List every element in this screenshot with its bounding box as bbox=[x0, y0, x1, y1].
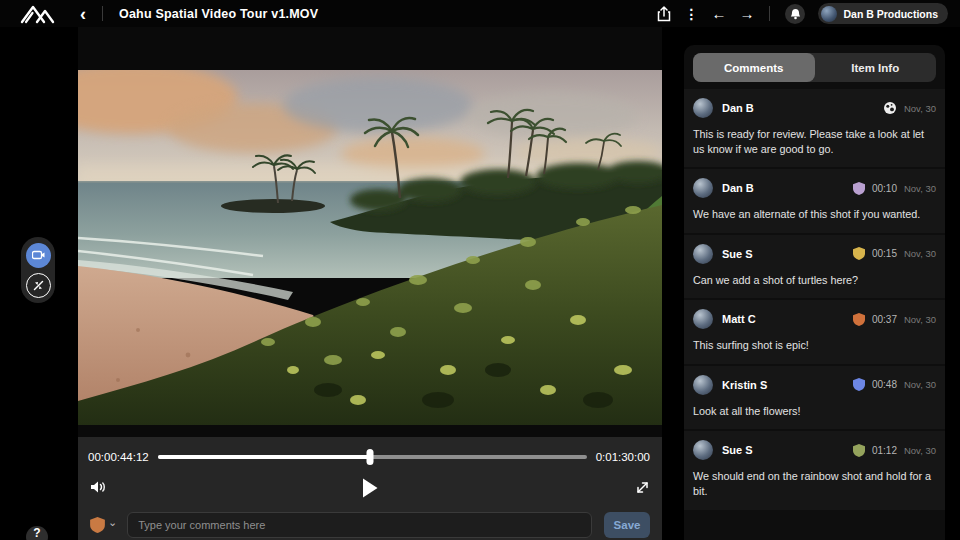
avatar bbox=[693, 244, 713, 264]
comment-row[interactable]: Dan B Nov, 30 This is ready for review. … bbox=[684, 89, 945, 167]
marker-tag-icon bbox=[853, 444, 865, 457]
comment-marker-picker[interactable]: ⌄ bbox=[90, 517, 117, 533]
comment-timecode: 00:15 bbox=[872, 248, 897, 259]
tab-comments[interactable]: Comments bbox=[693, 53, 815, 82]
seek-thumb[interactable] bbox=[367, 449, 374, 465]
comment-row[interactable]: Matt C 00:37 Nov, 30 This surfing shot i… bbox=[684, 300, 945, 364]
comment-text: Look at all the flowers! bbox=[693, 404, 936, 419]
comment-date: Nov, 30 bbox=[904, 314, 936, 325]
account-menu[interactable]: Dan B Productions bbox=[818, 3, 948, 24]
divider bbox=[769, 6, 770, 21]
volume-icon[interactable] bbox=[90, 480, 107, 498]
account-name: Dan B Productions bbox=[843, 8, 938, 20]
video-player: 00:00:44:12 0:01:30:00 bbox=[78, 27, 662, 540]
comment-text: This is ready for review. Please take a … bbox=[693, 127, 936, 156]
spatial-video-icon[interactable] bbox=[26, 243, 51, 268]
comment-row[interactable]: Dan B 00:10 Nov, 30 We have an alternate… bbox=[684, 169, 945, 233]
seek-progress-fill bbox=[158, 455, 370, 459]
page-title: Oahu Spatial Video Tour v1.MOV bbox=[119, 7, 318, 21]
new-comment-bar: ⌄ Save bbox=[78, 510, 662, 540]
avatar bbox=[693, 98, 713, 118]
avatar bbox=[693, 440, 713, 460]
save-button[interactable]: Save bbox=[604, 512, 650, 538]
prev-arrow-icon[interactable]: ← bbox=[711, 5, 726, 22]
effects-toggle-icon[interactable] bbox=[26, 273, 51, 298]
comment-text: This surfing shot is epic! bbox=[693, 338, 936, 353]
comment-row[interactable]: Kristin S 00:48 Nov, 30 Look at all the … bbox=[684, 366, 945, 430]
comment-author: Kristin S bbox=[722, 379, 767, 391]
video-viewport[interactable] bbox=[78, 27, 662, 437]
next-arrow-icon[interactable]: → bbox=[739, 5, 754, 22]
comment-timecode: 00:10 bbox=[872, 183, 897, 194]
duration: 0:01:30:00 bbox=[596, 451, 650, 463]
fullscreen-icon[interactable] bbox=[635, 480, 650, 499]
app-logo-icon bbox=[20, 4, 56, 24]
comment-date: Nov, 30 bbox=[904, 248, 936, 259]
avatar bbox=[693, 178, 713, 198]
comment-date: Nov, 30 bbox=[904, 379, 936, 390]
comment-text: We have an alternate of this shot if you… bbox=[693, 207, 936, 222]
marker-tag-icon bbox=[853, 313, 865, 326]
comment-timecode: 01:12 bbox=[872, 445, 897, 456]
marker-tag-icon bbox=[90, 517, 105, 533]
comment-timecode: 00:37 bbox=[872, 314, 897, 325]
marker-tag-icon bbox=[853, 378, 865, 391]
comments-list: Dan B Nov, 30 This is ready for review. … bbox=[684, 89, 945, 510]
tab-item-info[interactable]: Item Info bbox=[815, 53, 937, 82]
globe-icon bbox=[883, 101, 897, 115]
comment-input[interactable] bbox=[127, 512, 592, 538]
play-button[interactable] bbox=[361, 477, 379, 503]
avatar bbox=[693, 375, 713, 395]
marker-tag-icon bbox=[853, 182, 865, 195]
more-menu-icon[interactable]: ⋮ bbox=[684, 6, 698, 22]
comment-author: Sue S bbox=[722, 444, 753, 456]
avatar bbox=[693, 309, 713, 329]
comment-date: Nov, 30 bbox=[904, 445, 936, 456]
comment-text: Can we add a shot of turtles here? bbox=[693, 273, 936, 288]
marker-tag-icon bbox=[853, 247, 865, 260]
notifications-bell-icon[interactable] bbox=[785, 4, 805, 24]
comment-author: Sue S bbox=[722, 248, 753, 260]
share-icon[interactable] bbox=[657, 6, 671, 22]
back-button[interactable]: ‹ bbox=[80, 5, 86, 23]
seek-bar[interactable] bbox=[158, 449, 587, 465]
current-time: 00:00:44:12 bbox=[88, 451, 149, 463]
account-avatar bbox=[821, 6, 837, 22]
comment-author: Dan B bbox=[722, 182, 754, 194]
comment-author: Matt C bbox=[722, 313, 756, 325]
video-frame bbox=[78, 70, 662, 425]
top-bar: ‹ Oahu Spatial Video Tour v1.MOV ⋮ ← → D… bbox=[0, 0, 960, 27]
comment-text: We should end on the rainbow shot and ho… bbox=[693, 469, 936, 498]
divider bbox=[102, 6, 103, 21]
comment-author: Dan B bbox=[722, 102, 754, 114]
comment-date: Nov, 30 bbox=[904, 103, 936, 114]
comment-row[interactable]: Sue S 00:15 Nov, 30 Can we add a shot of… bbox=[684, 235, 945, 299]
chevron-down-icon: ⌄ bbox=[108, 520, 117, 526]
panel-tabs: Comments Item Info bbox=[693, 53, 936, 82]
help-button[interactable]: ? bbox=[26, 526, 48, 540]
review-panel: Comments Item Info Dan B Nov, 30 This is… bbox=[684, 45, 945, 540]
comment-row[interactable]: Sue S 01:12 Nov, 30 We should end on the… bbox=[684, 431, 945, 509]
left-tool-rail bbox=[21, 237, 55, 303]
comment-timecode: 00:48 bbox=[872, 379, 897, 390]
player-controls: 00:00:44:12 0:01:30:00 bbox=[78, 437, 662, 540]
comment-date: Nov, 30 bbox=[904, 183, 936, 194]
